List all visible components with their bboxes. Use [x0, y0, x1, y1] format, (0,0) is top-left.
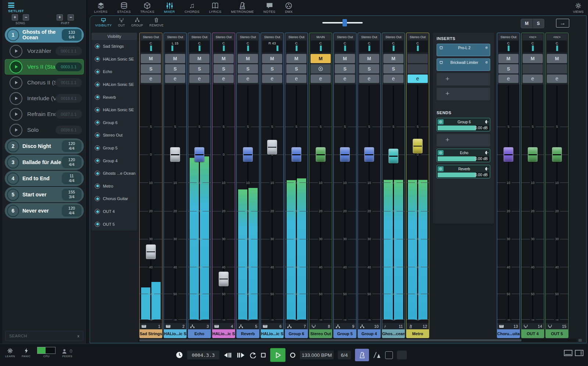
- part-play-button[interactable]: [10, 76, 22, 89]
- channel-fader-handle[interactable]: [170, 147, 180, 162]
- mixer-channel-strip[interactable]: <nc>CMe501020304050-∞14OUT 4: [521, 33, 544, 338]
- setlist-song-item[interactable]: 6Never ever1204/4: [5, 203, 84, 218]
- mute-button[interactable]: M: [498, 54, 519, 63]
- monitor-button[interactable]: [311, 64, 331, 73]
- channel-output-routing[interactable]: Stereo Out: [238, 34, 258, 40]
- mixer-channel-strip[interactable]: Stereo OutCMSe501020304050-∞7Group 6: [285, 33, 308, 338]
- fader-zone[interactable]: 501020304050-∞: [237, 84, 259, 323]
- zoom-slider-handle[interactable]: [343, 19, 347, 26]
- send-slot[interactable]: Reverb0.00 dB: [437, 165, 490, 178]
- record-icon[interactable]: [290, 352, 296, 358]
- channel-name[interactable]: HALio...ic SE: [212, 329, 235, 338]
- sync-button[interactable]: [385, 351, 393, 359]
- mute-button[interactable]: M: [335, 54, 355, 63]
- visibility-list-item[interactable]: Echo: [92, 65, 137, 78]
- solo-button[interactable]: S: [359, 64, 379, 73]
- channel-output-routing[interactable]: Stereo Out: [286, 34, 306, 40]
- visibility-list-item[interactable]: Chorus Guitar: [92, 192, 137, 205]
- mixer-channel-strip[interactable]: Stereo OutCe501020304050-∞12Metro: [406, 33, 429, 338]
- solo-button[interactable]: [523, 64, 543, 73]
- channel-name[interactable]: OUT 4: [521, 329, 544, 338]
- tab-dmx[interactable]: DMX: [285, 2, 293, 14]
- channel-fader-handle[interactable]: [503, 147, 513, 162]
- setlist-part-item[interactable]: Refrain Ende0027.1.1: [5, 106, 84, 122]
- pan-control[interactable]: C: [547, 41, 567, 52]
- send-enable-button[interactable]: [438, 119, 444, 124]
- channel-output-routing[interactable]: Stereo Out: [262, 34, 282, 40]
- fader-zone[interactable]: 501020304050-∞: [358, 84, 380, 323]
- radio-icon[interactable]: [95, 120, 100, 125]
- part-play-button[interactable]: [10, 61, 22, 73]
- timesig-display[interactable]: 6/4: [338, 351, 351, 359]
- radio-icon[interactable]: [95, 107, 100, 112]
- channel-output-routing[interactable]: Stereo Out: [335, 34, 355, 40]
- radio-icon[interactable]: [95, 145, 100, 151]
- solo-button[interactable]: S: [214, 64, 234, 73]
- channel-name[interactable]: Sad Strings: [140, 329, 162, 338]
- pan-control[interactable]: C: [189, 41, 209, 52]
- fader-zone[interactable]: 501020304050-∞: [261, 84, 283, 323]
- edit-button[interactable]: e: [189, 75, 209, 83]
- radio-icon[interactable]: [95, 133, 100, 138]
- insert-edit-button[interactable]: e: [485, 60, 488, 64]
- visibility-list-item[interactable]: Sad Strings: [92, 40, 137, 53]
- fader-zone[interactable]: 501020304050-∞: [164, 84, 186, 323]
- send-enable-button[interactable]: [438, 166, 444, 171]
- mute-button[interactable]: M: [262, 54, 282, 63]
- mixer-channel-strip[interactable]: Stereo OutCMSe501020304050-∞5Reverb: [236, 33, 259, 338]
- radio-icon[interactable]: [95, 158, 100, 163]
- solo-button[interactable]: S: [262, 64, 282, 73]
- setlist-part-item[interactable]: Vers II (Stacks i0003.1.1: [5, 59, 84, 75]
- record-enable-button[interactable]: [397, 351, 407, 359]
- bypass-icon[interactable]: [439, 60, 443, 64]
- channel-name[interactable]: Echo: [188, 329, 211, 338]
- channel-name[interactable]: Ghos...cean: [382, 329, 405, 338]
- pan-control[interactable]: C: [408, 41, 428, 52]
- mixer-channel-strip[interactable]: Stereo OutL 15MSe501020304050-∞2HALio...…: [164, 33, 187, 338]
- channel-name[interactable]: Metro: [406, 329, 429, 338]
- channel-fader-handle[interactable]: [388, 149, 398, 163]
- channel-output-routing[interactable]: Stereo Out: [383, 34, 404, 40]
- prepost-icon[interactable]: [485, 120, 489, 124]
- visibility-list-item[interactable]: Reverb: [92, 91, 137, 104]
- search-input[interactable]: SEARCH x: [5, 331, 83, 341]
- mixer-channel-strip[interactable]: MAINCMe501020304050-∞8Stereo Out: [309, 33, 332, 338]
- zoom-slider[interactable]: [322, 22, 363, 23]
- prepost-icon[interactable]: [485, 151, 489, 155]
- mute-button[interactable]: M: [359, 54, 379, 63]
- add-song-button[interactable]: +: [12, 14, 18, 21]
- mute-button[interactable]: M: [286, 54, 306, 63]
- metronome-toggle-button[interactable]: [355, 349, 369, 361]
- setlist-part-item[interactable]: Vorzähler0001.1.1: [5, 43, 84, 59]
- radio-icon[interactable]: [95, 69, 100, 74]
- pan-control[interactable]: C: [335, 41, 355, 52]
- fader-zone[interactable]: 501020304050-∞: [334, 84, 356, 323]
- edit-button[interactable]: e: [165, 75, 185, 83]
- horizontal-scrollbar[interactable]: [138, 339, 577, 342]
- setlist-song-item[interactable]: 3Ballade für Aale1204/4: [5, 155, 84, 170]
- setlist-part-item[interactable]: Interlude (Video0018.6.1: [5, 91, 84, 106]
- time-position-display[interactable]: 0004.3.3: [187, 351, 219, 359]
- radio-icon[interactable]: [95, 171, 100, 176]
- remove-song-button[interactable]: −: [23, 14, 29, 21]
- send-level-bar[interactable]: 0.00 dB: [438, 126, 489, 130]
- part-play-button[interactable]: [10, 108, 22, 121]
- channel-fader-handle[interactable]: [194, 147, 204, 162]
- channel-output-routing[interactable]: Stereo Out: [408, 34, 428, 40]
- channel-fader-handle[interactable]: [364, 147, 374, 162]
- fader-zone[interactable]: 501020304050-∞: [382, 84, 405, 323]
- channel-fader-handle[interactable]: [243, 147, 253, 162]
- pan-control[interactable]: R 43: [262, 41, 282, 52]
- pan-control[interactable]: C: [498, 41, 519, 52]
- solo-button[interactable]: S: [286, 64, 306, 73]
- fader-zone[interactable]: 501020304050-∞: [212, 84, 235, 323]
- fader-zone[interactable]: 501020304050-∞: [521, 84, 544, 323]
- expand-arrow-button[interactable]: →: [556, 19, 569, 28]
- horizontal-scrollbar-end[interactable]: [578, 339, 582, 342]
- radio-icon[interactable]: [95, 82, 100, 87]
- mute-button[interactable]: M: [165, 54, 185, 63]
- mixer-channel-strip[interactable]: Stereo OutCMSe501020304050-∞1Sad Strings: [139, 33, 162, 338]
- radio-icon[interactable]: [95, 44, 100, 49]
- fader-zone[interactable]: 501020304050-∞: [309, 84, 332, 323]
- fader-zone[interactable]: 501020304050-∞: [546, 84, 568, 323]
